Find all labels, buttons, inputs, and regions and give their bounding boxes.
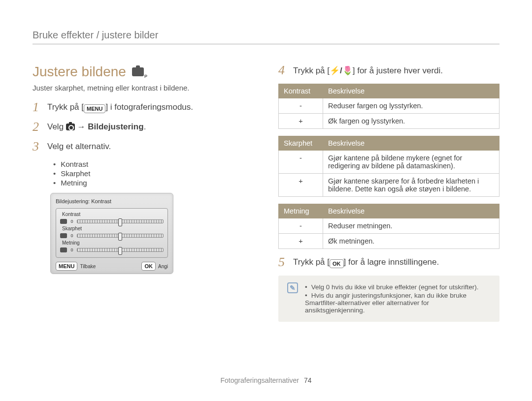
- table-row: - Gjør kantene på bildene mykere (egnet …: [279, 151, 499, 174]
- slider-label: Skarphet: [62, 226, 164, 231]
- step-2-text-c: .: [144, 122, 146, 131]
- ok-button-icon: OK: [141, 262, 156, 271]
- table-row: + Øk metningen.: [279, 234, 499, 249]
- step-4-text-a: Trykk på [: [293, 66, 330, 75]
- table-cell: +: [279, 234, 323, 249]
- step-5: 5 Trykk på [OK] for å lagre innstillinge…: [278, 256, 499, 269]
- page-footer: Fotograferingsalternativer 74: [0, 376, 532, 384]
- table-cell: +: [279, 114, 323, 129]
- note-item: Velg 0 hvis du ikke vil bruke effekter (…: [305, 283, 491, 291]
- slider-value: 0: [70, 219, 74, 224]
- left-column: Justere bildene Juster skarphet, metning…: [33, 64, 254, 322]
- slider-track: [77, 219, 164, 223]
- step-number: 4: [278, 64, 287, 77]
- screenshot-panel: Kontrast 0 Skarphet 0 Me: [56, 208, 168, 258]
- page-subtitle: Juster skarphet, metning eller kontrast …: [33, 84, 254, 92]
- slider-track: [77, 248, 164, 252]
- slider-track: [77, 234, 164, 238]
- step-number: 5: [278, 256, 287, 269]
- table-cell: -: [279, 98, 323, 114]
- camera-icon: [66, 123, 75, 130]
- ok-button-icon: OK: [330, 259, 344, 268]
- kontrast-table: Kontrast Beskrivelse - Reduser fargen og…: [278, 84, 499, 129]
- slider-group: Kontrast 0: [60, 212, 164, 224]
- table-cell: Øk fargen og lysstyrken.: [323, 114, 499, 129]
- contrast-icon: [60, 219, 67, 224]
- table-cell: Gjør kantene på bildene mykere (egnet fo…: [323, 151, 499, 174]
- step-2-text-b: Bildejustering: [88, 122, 143, 131]
- skarphet-table: Skarphet Beskrivelse - Gjør kantene på b…: [278, 136, 499, 197]
- step-5-text-a: Trykk på [: [293, 257, 330, 267]
- info-note: ✎ Velg 0 hvis du ikke vil bruke effekter…: [278, 276, 499, 322]
- right-column: 4 Trykk på [⚡/🌷] for å justere hver verd…: [278, 64, 499, 322]
- step-4-text-b: ] for å justere hver verdi.: [353, 66, 443, 75]
- table-header: Beskrivelse: [323, 136, 499, 151]
- list-item: Skarphet: [53, 169, 254, 178]
- slider-label: Kontrast: [62, 212, 164, 217]
- back-label: Tilbake: [80, 264, 96, 269]
- sharpness-icon: [60, 233, 67, 238]
- step-2: 2 Velg → Bildejustering.: [33, 121, 254, 133]
- page-number: 74: [304, 376, 312, 384]
- step-2-text-a: Velg: [47, 122, 66, 131]
- page-title-text: Justere bildene: [33, 64, 126, 80]
- breadcrumb: Bruke effekter / justere bilder: [33, 30, 499, 44]
- camera-screenshot: Bildejustering: Kontrast Kontrast 0 Skar…: [50, 193, 173, 274]
- step-number: 2: [33, 121, 41, 133]
- step-number: 1: [33, 101, 41, 114]
- slider-label: Metning: [62, 240, 164, 246]
- list-item: Kontrast: [53, 160, 254, 168]
- table-header: Skarphet: [279, 136, 323, 151]
- metning-table: Metning Beskrivelse - Reduser metningen.…: [278, 204, 499, 249]
- table-cell: Reduser fargen og lysstyrken.: [323, 98, 499, 114]
- step-4: 4 Trykk på [⚡/🌷] for å justere hver verd…: [278, 64, 499, 77]
- step-3: 3 Velg et alternativ.: [33, 140, 254, 153]
- step-1-text-b: ] i fotograferingsmodus.: [105, 102, 193, 112]
- slider-group: Metning 0: [60, 240, 164, 252]
- table-cell: -: [279, 151, 323, 174]
- option-list: Kontrast Skarphet Metning: [53, 160, 254, 187]
- footer-section: Fotograferingsalternativer: [221, 376, 299, 384]
- step-1-text-a: Trykk på [: [47, 102, 84, 112]
- table-cell: Reduser metningen.: [323, 218, 499, 234]
- step-2-arrow: →: [75, 122, 88, 131]
- step-5-text-b: ] for å lagre innstillingene.: [344, 257, 439, 267]
- camera-mode-icon: [132, 67, 144, 76]
- step-3-text: Velg et alternativ.: [47, 140, 254, 152]
- slider-group: Skarphet 0: [60, 226, 164, 238]
- table-row: + Øk fargen og lysstyrken.: [279, 114, 499, 129]
- table-row: - Reduser metningen.: [279, 218, 499, 234]
- list-item: Metning: [53, 179, 254, 187]
- table-cell: Øk metningen.: [323, 234, 499, 249]
- menu-button-icon: MENU: [84, 104, 105, 113]
- table-cell: Gjør kantene skarpere for å forbedre kla…: [323, 174, 499, 197]
- info-icon: ✎: [287, 282, 298, 293]
- set-label: Angi: [158, 264, 168, 269]
- screenshot-footer: MENU Tilbake OK Angi: [56, 262, 168, 271]
- step-number: 3: [33, 140, 41, 153]
- slider-value: 0: [70, 247, 74, 252]
- table-cell: -: [279, 218, 323, 234]
- table-row: + Gjør kantene skarpere for å forbedre k…: [279, 174, 499, 197]
- table-header: Beskrivelse: [323, 204, 499, 218]
- note-item: Hvis du angir justeringsfunksjoner, kan …: [305, 292, 491, 314]
- table-header: Kontrast: [279, 84, 323, 98]
- slider-value: 0: [70, 233, 74, 238]
- table-header: Metning: [279, 204, 323, 218]
- step-1: 1 Trykk på [MENU] i fotograferingsmodus.: [33, 101, 254, 114]
- flash-macro-icon: ⚡/🌷: [330, 66, 353, 75]
- screenshot-title: Bildejustering: Kontrast: [56, 198, 168, 204]
- menu-button-icon: MENU: [56, 262, 77, 271]
- table-header: Beskrivelse: [323, 84, 499, 98]
- table-cell: +: [279, 174, 323, 197]
- page-title: Justere bildene: [33, 64, 254, 80]
- table-row: - Reduser fargen og lysstyrken.: [279, 98, 499, 114]
- saturation-icon: [60, 247, 67, 252]
